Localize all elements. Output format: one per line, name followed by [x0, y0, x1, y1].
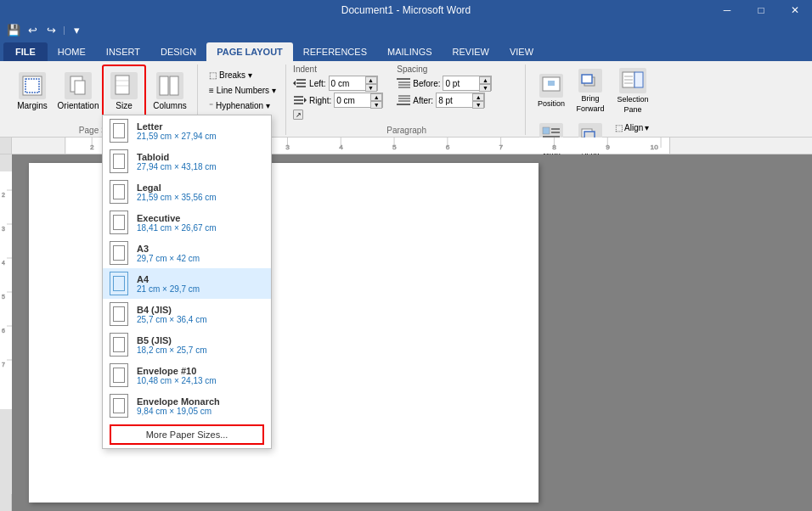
size-item[interactable]: B5 (JIS) 18,2 cm × 25,7 cm [103, 329, 271, 360]
columns-icon [156, 72, 183, 99]
svg-text:4: 4 [2, 260, 5, 266]
svg-text:9: 9 [606, 143, 610, 151]
size-item-dims: 18,2 cm × 25,7 cm [137, 345, 207, 355]
tab-references[interactable]: REFERENCES [293, 42, 377, 61]
indent-right-input-group: ▲ ▼ [334, 93, 383, 108]
spacing-before-input[interactable] [443, 76, 479, 90]
size-item[interactable]: Executive 18,41 cm × 26,67 cm [103, 207, 271, 238]
orientation-button[interactable]: Orientation [56, 65, 100, 117]
spacing-after-down[interactable]: ▼ [472, 101, 484, 109]
indent-title: Indent [293, 65, 383, 74]
size-item[interactable]: Envelope #10 10,48 cm × 24,13 cm [103, 360, 271, 390]
position-button[interactable]: Position [533, 65, 570, 117]
size-item-name: Envelope Monarch [137, 396, 220, 407]
maximize-button[interactable]: □ [744, 0, 778, 20]
spacing-after-icon: After: [397, 95, 433, 105]
indent-left-down[interactable]: ▼ [365, 84, 377, 92]
bring-forward-button[interactable]: Bring Forward [572, 65, 609, 117]
margins-button[interactable]: Margins [10, 65, 54, 117]
spacing-after-up[interactable]: ▲ [472, 93, 484, 101]
size-item-icon [110, 241, 128, 265]
margins-svg [20, 74, 44, 98]
spacing-before-input-group: ▲ ▼ [443, 76, 492, 91]
selection-pane-label2: Pane [624, 105, 642, 114]
tab-design[interactable]: DESIGN [150, 42, 206, 61]
spacing-after-row: After: ▲ ▼ [397, 93, 492, 108]
size-item-info: Legal 21,59 cm × 35,56 cm [137, 182, 217, 202]
size-item-name: A3 [137, 244, 200, 254]
size-item-svg [113, 215, 125, 230]
align-button[interactable]: ⬚ Align ▾ [611, 121, 658, 135]
more-paper-sizes-button[interactable]: More Paper Sizes... [110, 424, 264, 445]
spacing-before-up[interactable]: ▲ [479, 76, 491, 84]
size-item[interactable]: Tabloid 27,94 cm × 43,18 cm [103, 146, 271, 177]
left-ruler: 2 3 4 5 6 7 [0, 154, 12, 511]
size-item[interactable]: Letter 21,59 cm × 27,94 cm [103, 115, 271, 146]
spacing-before-down[interactable]: ▼ [479, 84, 491, 92]
svg-text:7: 7 [499, 143, 504, 151]
tab-insert[interactable]: INSERT [96, 42, 150, 61]
columns-button[interactable]: Columns [148, 65, 192, 117]
indent-left-input[interactable] [330, 76, 365, 90]
svg-rect-95 [114, 399, 125, 413]
size-item-info: B5 (JIS) 18,2 cm × 25,7 cm [137, 335, 207, 355]
indent-section: Indent Left: [293, 65, 383, 108]
size-item[interactable]: B4 (JIS) 25,7 cm × 36,4 cm [103, 299, 271, 329]
indent-left-spinner: ▲ ▼ [365, 76, 377, 90]
spacing-after-spinner: ▲ ▼ [472, 93, 484, 107]
size-item[interactable]: Envelope Monarch 9,84 cm × 19,05 cm [103, 390, 271, 421]
paragraph-group-label: Paragraph [386, 124, 426, 135]
size-button[interactable]: Size [102, 65, 146, 117]
svg-text:4: 4 [339, 143, 343, 151]
paragraph-expand-button[interactable]: ↗ [293, 110, 303, 120]
size-item-icon [110, 211, 128, 234]
align-label: Align [624, 123, 643, 132]
bring-forward-icon [578, 69, 602, 93]
size-item-icon [110, 180, 128, 204]
ribbon-group-paragraph: Indent Left: [288, 65, 526, 135]
tab-page-layout[interactable]: PAGE LAYOUT [206, 42, 293, 61]
svg-rect-8 [170, 76, 178, 95]
line-numbers-arrow: ▾ [272, 86, 276, 95]
line-numbers-button[interactable]: ≡ Line Numbers ▾ [205, 83, 280, 98]
close-button[interactable]: ✕ [778, 0, 812, 20]
size-item-dims: 25,7 cm × 36,4 cm [137, 315, 207, 324]
save-button[interactable]: 💾 [5, 22, 22, 37]
size-item-name: B4 (JIS) [137, 305, 207, 315]
tab-file[interactable]: FILE [3, 42, 48, 61]
tab-review[interactable]: REVIEW [443, 42, 499, 61]
size-dropdown-list: Letter 21,59 cm × 27,94 cm Tabloid 27,94… [103, 115, 271, 421]
redo-button[interactable]: ↪ [42, 22, 59, 37]
columns-svg [158, 74, 182, 98]
selection-pane-button[interactable]: Selection Pane [611, 65, 655, 117]
svg-rect-3 [75, 81, 85, 94]
indent-right-down[interactable]: ▼ [370, 101, 382, 109]
size-item-name: B5 (JIS) [137, 335, 207, 345]
size-item[interactable]: A3 29,7 cm × 42 cm [103, 238, 271, 268]
indent-left-up[interactable]: ▲ [365, 76, 377, 84]
breaks-button[interactable]: ⬚ Breaks ▾ [205, 68, 280, 82]
paragraph-content: Indent Left: [293, 65, 520, 124]
indent-left-icon: Left: [293, 78, 325, 88]
minimize-button[interactable]: ─ [710, 0, 744, 20]
size-item-svg [113, 337, 125, 352]
size-label: Size [116, 101, 132, 110]
spacing-after-input[interactable] [437, 93, 472, 107]
tab-home[interactable]: HOME [48, 42, 96, 61]
size-item-dims: 21,59 cm × 27,94 cm [137, 132, 217, 141]
svg-marker-12 [293, 81, 296, 86]
size-item-icon [110, 394, 128, 418]
tab-view[interactable]: VIEW [499, 42, 544, 61]
size-item-info: Tabloid 27,94 cm × 43,18 cm [137, 152, 217, 171]
size-item[interactable]: A4 21 cm × 29,7 cm [103, 268, 271, 299]
breaks-icon: ⬚ [209, 70, 217, 80]
size-item-dims: 21,59 cm × 35,56 cm [137, 193, 217, 202]
customize-qa-button[interactable]: ▾ [69, 22, 86, 37]
indent-right-input[interactable] [335, 93, 370, 107]
undo-button[interactable]: ↩ [24, 22, 41, 37]
hyphenation-button[interactable]: ⁻ Hyphenation ▾ [205, 98, 280, 113]
size-item[interactable]: Legal 21,59 cm × 35,56 cm [103, 177, 271, 207]
indent-right-up[interactable]: ▲ [370, 93, 382, 101]
tab-mailings[interactable]: MAILINGS [377, 42, 443, 61]
size-item-icon [110, 272, 128, 295]
